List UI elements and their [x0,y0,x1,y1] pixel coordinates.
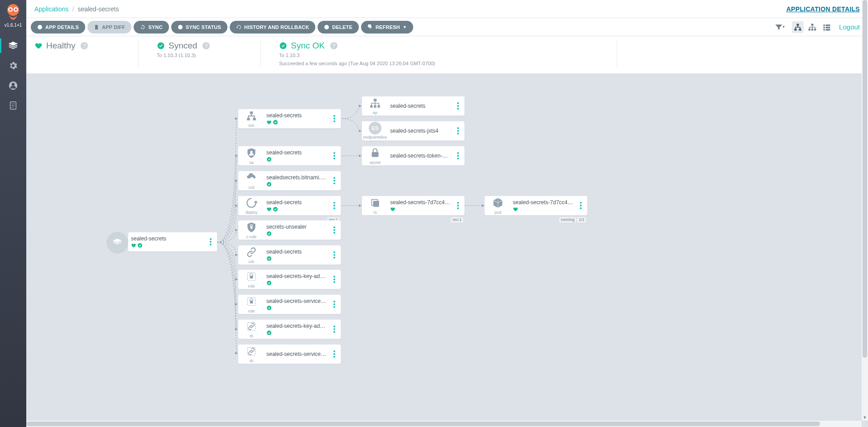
close-circle-icon [324,24,329,30]
breadcrumbs: Applications / sealed-secrets [34,5,119,13]
node-menu-button[interactable] [455,200,461,211]
endpoints-icon [368,96,382,110]
svg-point-3 [10,9,12,11]
filter-button[interactable]: ▼ [774,21,786,33]
svg-rect-46 [247,118,250,120]
svg-rect-45 [250,111,253,114]
node-role-2[interactable]: role sealed-secrets-service-proxier [238,294,341,314]
nav-applications[interactable] [0,36,26,56]
node-pod[interactable]: pod sealed-secrets-7d7cc48f7f-bd... runn… [484,196,588,216]
history-icon [236,24,241,30]
node-sa[interactable]: sa sealed-secrets [238,146,341,166]
node-menu-button[interactable] [332,113,337,124]
svg-point-11 [38,25,42,29]
view-network-button[interactable] [806,21,818,33]
tree-icon [793,23,802,32]
horizontal-scrollbar[interactable] [26,421,862,427]
node-svc[interactable]: svc sealed-secrets [238,109,341,129]
node-role-1[interactable]: role sealed-secrets-key-admin [238,269,341,289]
check-circle-icon [137,243,143,248]
application-details-link[interactable]: APPLICATION DETAILS [786,5,860,13]
endpointslice-icon: ES [369,122,381,134]
svg-point-49 [250,151,252,153]
node-rb-1[interactable]: rb sealed-secrets-key-admin [238,319,341,339]
node-menu-button[interactable] [332,175,337,186]
network-icon [808,23,817,32]
node-menu-button[interactable] [578,200,583,211]
toolbar: APP DETAILS APP DIFF SYNC SYNC STATUS HI… [26,18,868,36]
info-icon [178,24,183,30]
svg-rect-60 [250,301,253,304]
node-menu-button[interactable] [332,225,337,235]
tree-canvas[interactable]: sealed-secrets svc sealed-secrets [26,73,868,427]
history-rollback-button[interactable]: HISTORY AND ROLLBACK [230,21,315,34]
view-tree-button[interactable] [792,21,804,33]
scroll-down-icon[interactable]: ▼ [862,414,868,421]
heart-icon [390,206,395,212]
breadcrumb-root[interactable]: Applications [34,5,69,13]
check-circle-icon [266,182,272,187]
check-circle-icon [157,42,165,50]
node-menu-button[interactable] [332,349,337,360]
app-diff-button[interactable]: APP DIFF [87,21,132,34]
node-crb[interactable]: crb sealed-secrets [238,245,341,265]
pod-icon [491,196,505,210]
sync-button[interactable]: SYNC [134,21,169,34]
help-icon[interactable]: ? [81,42,88,49]
svg-rect-22 [824,27,825,28]
view-list-button[interactable] [821,21,833,33]
svg-point-28 [280,43,287,49]
node-secret[interactable]: secret sealed-secrets-token-6rjkt [362,146,465,166]
node-menu-button[interactable] [332,249,337,260]
crb-icon [245,245,258,259]
help-icon[interactable]: ? [330,42,338,49]
node-endpointslice[interactable]: ESendpointslice sealed-secrets-jxts4 [362,121,465,141]
svg-rect-18 [809,29,810,30]
svg-point-6 [12,83,14,86]
node-crd[interactable]: crd sealedsecrets.bitnami.com [238,171,341,191]
node-menu-button[interactable] [332,299,337,310]
status-bar: Healthy ? Synced ? To 1.10.3 (1.10.3) Sy… [26,36,868,73]
node-menu-button[interactable] [455,101,461,111]
svg-rect-47 [253,118,256,120]
deploy-icon [245,196,258,210]
node-menu-button[interactable] [332,274,337,285]
node-crole[interactable]: c-role secrets-unsealer [238,220,341,240]
status-op-sub1: To 1.10.3 [279,52,435,59]
check-circle-icon [266,157,272,162]
svg-rect-69 [371,152,378,157]
sync-status-button[interactable]: SYNC STATUS [171,21,227,34]
svg-rect-26 [826,29,830,30]
status-operation-title: Sync OK ? [279,41,435,51]
heart-icon [266,120,272,125]
node-deploy[interactable]: deploy sealed-secrets rev:1 [238,196,341,216]
svg-point-4 [15,9,17,11]
logout-link[interactable]: Logout [839,23,860,31]
help-icon[interactable]: ? [203,42,210,49]
status-sync-sub: To 1.10.3 (1.10.3) [157,52,242,59]
rolebinding-icon [245,320,258,333]
app-details-button[interactable]: APP DETAILS [31,21,85,34]
delete-button[interactable]: DELETE [318,21,359,34]
node-menu-button[interactable] [455,125,461,136]
node-ep[interactable]: ep sealed-secrets [362,96,465,116]
nav-user[interactable] [0,76,26,96]
app-icon [106,232,128,254]
nav-docs[interactable] [0,96,26,115]
node-menu-button[interactable] [332,324,337,335]
vertical-scrollbar[interactable]: ▼ [862,0,868,421]
node-menu-button[interactable] [332,200,337,211]
node-menu-button[interactable] [455,150,461,161]
svg-rect-24 [826,24,830,26]
check-circle-icon [273,120,278,125]
file-icon [94,24,99,30]
node-menu-button[interactable] [332,150,337,161]
node-rs[interactable]: rs sealed-secrets-7d7cc48f7f rev:1 [362,196,465,216]
node-root[interactable]: sealed-secrets [107,232,217,254]
main: Applications / sealed-secrets APPLICATIO… [26,0,868,427]
node-menu-button[interactable] [208,236,213,247]
node-rb-2[interactable]: rb sealed-secrets-service-proxier [238,344,341,364]
list-icon [822,23,831,32]
refresh-button[interactable]: REFRESH▼ [361,21,413,34]
nav-settings[interactable] [0,56,26,76]
